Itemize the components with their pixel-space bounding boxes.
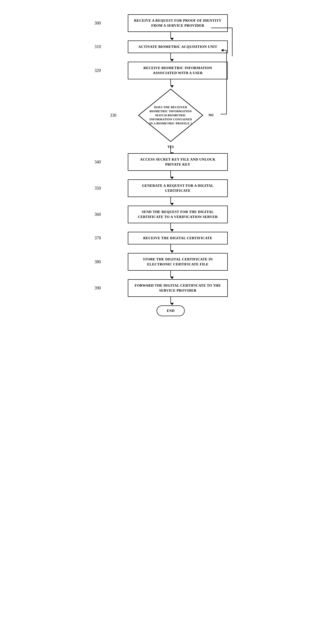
step-label-310: 310	[94, 44, 101, 49]
step-label-370: 370	[94, 236, 101, 241]
step-350-box: GENERATE A REQUEST FOR A DIGITAL CERTIFI…	[128, 180, 228, 197]
step-320-box: RECEIVE BIOMETRIC INFORMATION ASSOCIATED…	[128, 62, 228, 79]
step-300-box: RECEIVE A REQUEST FOR PROOF OF IDENTITY …	[128, 14, 228, 32]
step-370-box: RECEIVE THE DIGITAL CERTIFICATE	[128, 232, 228, 244]
flowchart: 300 RECEIVE A REQUEST FOR PROOF OF IDENT…	[92, 10, 235, 326]
step-360-box: SEND THE REQUEST FOR THE DIGITAL CERTIFI…	[128, 206, 228, 223]
step-label-350: 350	[94, 186, 101, 191]
step-label-360: 360	[94, 212, 101, 217]
step-label-330: 330	[110, 113, 116, 118]
step-330-text: DOES THE RECEIVED BIOMETRIC INFORMATION …	[148, 105, 193, 125]
step-380-box: STORE THE DIGITAL CERTIFICATE IN ELECTRO…	[128, 253, 228, 271]
step-label-340: 340	[94, 160, 101, 165]
step-label-390: 390	[94, 286, 101, 291]
step-310-box: ACTIVATE BIOMETRIC ACQUISITION UNIT	[128, 40, 228, 53]
step-390-box: FORWARD THE DIGITAL CERTIFICATE TO THE S…	[128, 279, 228, 297]
step-label-380: 380	[94, 260, 101, 264]
step-label-320: 320	[94, 68, 101, 73]
step-label-300: 300	[94, 21, 101, 26]
no-label: NO	[209, 114, 214, 117]
end-box: END	[157, 306, 184, 316]
step-340-box: ACCESS SECRET KEY FILE AND UNLOCK PRIVAT…	[128, 153, 228, 171]
